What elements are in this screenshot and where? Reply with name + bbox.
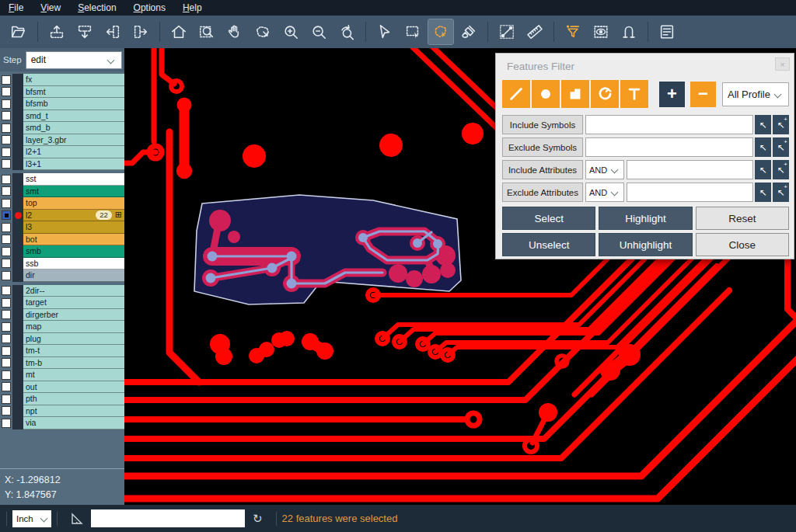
include-symbols-input[interactable]	[585, 115, 753, 134]
pick-add-from-canvas-button[interactable]: ↖+	[773, 115, 789, 134]
step-down-button[interactable]	[72, 19, 97, 44]
feature-type-text-button[interactable]	[620, 80, 648, 108]
layer-name[interactable]: smb	[23, 245, 124, 258]
close-icon[interactable]: ×	[775, 57, 790, 71]
layer-name[interactable]: smd_b	[23, 122, 124, 134]
pick-from-canvas-button[interactable]: ↖	[755, 115, 771, 134]
layer-name[interactable]: plug	[23, 333, 124, 346]
view-options-button[interactable]	[588, 19, 613, 44]
features-filter-button[interactable]	[560, 19, 585, 44]
feature-properties-button[interactable]	[655, 19, 679, 44]
layer-name[interactable]: 2dir--	[23, 285, 124, 297]
highlight-button[interactable]: Highlight	[599, 207, 692, 230]
layer-name[interactable]: smd_t	[23, 110, 124, 123]
layer-visibility-checkbox[interactable]	[2, 259, 11, 268]
layer-name[interactable]: target	[23, 297, 124, 309]
exclude-symbols-button[interactable]: Exclude Symbols	[502, 137, 583, 157]
layer-visibility-checkbox[interactable]	[2, 186, 11, 196]
feature-type-arc-button[interactable]	[591, 80, 619, 108]
menu-selection[interactable]: Selection	[69, 0, 124, 16]
layer-visibility-checkbox[interactable]	[2, 175, 11, 184]
layer-visibility-checkbox[interactable]	[2, 406, 11, 416]
profile-dropdown[interactable]: All Profile	[722, 82, 789, 106]
clear-selection-button[interactable]	[456, 19, 481, 44]
unhighlight-button[interactable]: Unhighlight	[599, 233, 692, 256]
include-attributes-button[interactable]: Include Attributes	[502, 160, 583, 179]
reset-button[interactable]: Reset	[696, 207, 789, 230]
measure-ruler-button[interactable]	[522, 19, 547, 44]
layer-visibility-checkbox[interactable]	[2, 235, 11, 244]
layer-name[interactable]: l222⊞	[23, 210, 124, 222]
layer-name[interactable]: tm-b	[23, 357, 124, 370]
step-up-button[interactable]	[44, 19, 69, 44]
operator-dropdown[interactable]: AND	[585, 183, 624, 202]
layer-name[interactable]: bfsmt	[23, 86, 124, 99]
step-right-button[interactable]	[128, 19, 153, 44]
open-project-button[interactable]	[6, 19, 31, 44]
layer-visibility-checkbox[interactable]	[2, 310, 11, 319]
layer-visibility-checkbox[interactable]	[2, 223, 11, 232]
pan-button[interactable]	[222, 19, 247, 44]
include-attributes-input[interactable]	[627, 160, 753, 179]
layer-name[interactable]: bfsmb	[23, 98, 124, 110]
layer-visibility-checkbox[interactable]	[2, 286, 11, 295]
command-input[interactable]	[91, 509, 245, 527]
zoom-in-button[interactable]	[278, 19, 303, 44]
pick-add-from-canvas-button[interactable]: ↖+	[773, 137, 789, 157]
exclude-attributes-button[interactable]: Exclude Attributes	[502, 183, 583, 202]
layer-visibility-checkbox[interactable]	[2, 419, 11, 428]
layer-visibility-checkbox[interactable]	[2, 87, 11, 96]
angle-measure-icon[interactable]	[70, 512, 84, 526]
select-rectangle-button[interactable]	[400, 19, 425, 44]
step-dropdown[interactable]: edit	[26, 51, 122, 69]
layer-name[interactable]: out	[23, 381, 124, 394]
grid-view-icon[interactable]: ⊞	[115, 210, 122, 219]
step-left-button[interactable]	[100, 19, 125, 44]
layer-name[interactable]: bot	[23, 234, 124, 246]
pick-from-canvas-button[interactable]: ↖	[755, 160, 771, 179]
layer-visibility-checkbox[interactable]	[2, 159, 11, 169]
zoom-previous-button[interactable]	[334, 19, 359, 44]
layer-name[interactable]: smt	[23, 186, 124, 198]
layer-visibility-checkbox[interactable]	[2, 111, 11, 120]
layer-visibility-checkbox[interactable]	[2, 199, 11, 208]
select-polygon-button[interactable]	[428, 19, 453, 44]
layer-name[interactable]: ssb	[23, 258, 124, 270]
layer-visibility-checkbox[interactable]	[2, 395, 11, 404]
menu-options[interactable]: Options	[125, 0, 174, 16]
layer-name[interactable]: layer_3.gbr	[23, 134, 124, 147]
feature-type-line-button[interactable]	[502, 80, 530, 108]
layer-visibility-checkbox[interactable]	[2, 99, 11, 109]
layer-name[interactable]: fx	[23, 74, 124, 86]
pick-add-from-canvas-button[interactable]: ↖+	[773, 160, 789, 179]
select-pointer-button[interactable]	[372, 19, 397, 44]
menu-view[interactable]: View	[32, 0, 69, 16]
include-symbols-button[interactable]: Include Symbols	[502, 115, 583, 134]
zoom-window-button[interactable]	[194, 19, 219, 44]
layer-name[interactable]: via	[23, 417, 124, 429]
pick-add-from-canvas-button[interactable]: ↖+	[773, 183, 789, 202]
zoom-home-button[interactable]	[166, 19, 191, 44]
pick-from-canvas-button[interactable]: ↖	[755, 183, 771, 202]
layer-name[interactable]: l3	[23, 221, 124, 234]
layer-name[interactable]: dir	[23, 269, 124, 282]
unit-dropdown[interactable]: Inch	[12, 510, 51, 527]
layer-visibility-checkbox[interactable]	[2, 370, 11, 380]
layer-name[interactable]: npt	[23, 405, 124, 418]
feature-type-surface-button[interactable]	[561, 80, 589, 108]
layer-visibility-checkbox[interactable]	[2, 382, 11, 391]
unselect-button[interactable]: Unselect	[502, 233, 595, 256]
feature-type-pad-button[interactable]	[532, 80, 560, 108]
layer-visibility-checkbox[interactable]	[2, 123, 11, 133]
layer-name[interactable]: mt	[23, 369, 124, 381]
layer-visibility-checkbox[interactable]	[2, 346, 11, 356]
layer-visibility-checkbox[interactable]	[2, 358, 11, 367]
layer-visibility-checkbox[interactable]	[2, 210, 11, 220]
move-view-button[interactable]	[250, 19, 275, 44]
layer-name[interactable]: l2+1	[23, 146, 124, 158]
snap-mode-button[interactable]	[616, 19, 641, 44]
remove-filter-button[interactable]: −	[690, 82, 716, 107]
refresh-icon[interactable]: ↻	[253, 512, 263, 526]
layer-visibility-checkbox[interactable]	[2, 148, 11, 157]
measure-line-button[interactable]	[494, 19, 519, 44]
